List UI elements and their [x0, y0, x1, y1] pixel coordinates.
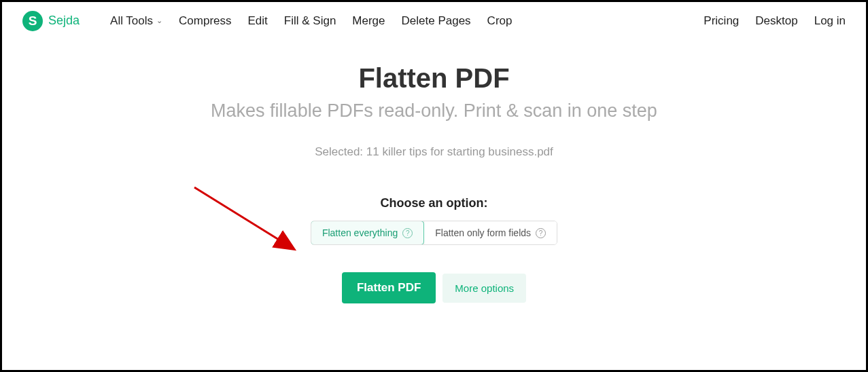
option-flatten-form-fields-label: Flatten only form fields: [435, 227, 531, 238]
selected-filename: 11 killer tips for starting business.pdf: [366, 145, 553, 158]
nav-compress[interactable]: Compress: [179, 14, 231, 28]
brand-logo[interactable]: S Sejda: [22, 11, 80, 31]
option-flatten-form-fields[interactable]: Flatten only form fields ?: [423, 221, 557, 244]
help-icon[interactable]: ?: [402, 228, 413, 238]
main-content: Flatten PDF Makes fillable PDFs read-onl…: [2, 39, 866, 303]
option-flatten-everything[interactable]: Flatten everything ?: [311, 221, 424, 245]
header: S Sejda All Tools ⌄ Compress Edit Fill &…: [2, 2, 866, 39]
page-subtitle: Makes fillable PDFs read-only. Print & s…: [2, 100, 866, 122]
choose-option-label: Choose an option:: [2, 196, 866, 210]
page-title: Flatten PDF: [2, 63, 866, 94]
chevron-down-icon: ⌄: [156, 16, 162, 25]
more-options-button[interactable]: More options: [442, 274, 526, 303]
brand-name: Sejda: [48, 14, 80, 28]
selected-file-line: Selected: 11 killer tips for starting bu…: [2, 145, 866, 159]
logo-icon: S: [22, 11, 43, 31]
nav-pricing[interactable]: Pricing: [704, 14, 739, 28]
flatten-pdf-button[interactable]: Flatten PDF: [342, 272, 436, 303]
action-row: Flatten PDF More options: [2, 272, 866, 303]
selected-prefix: Selected:: [315, 145, 366, 158]
option-toggle-group: Flatten everything ? Flatten only form f…: [311, 221, 557, 245]
nav-fill-sign[interactable]: Fill & Sign: [284, 14, 336, 28]
nav-desktop[interactable]: Desktop: [755, 14, 797, 28]
nav-crop[interactable]: Crop: [487, 14, 513, 28]
help-icon[interactable]: ?: [536, 228, 546, 238]
nav-secondary: Pricing Desktop Log in: [704, 14, 846, 28]
nav-merge[interactable]: Merge: [352, 14, 385, 28]
nav-delete-pages[interactable]: Delete Pages: [402, 14, 471, 28]
nav-login[interactable]: Log in: [814, 14, 846, 28]
option-flatten-everything-label: Flatten everything: [322, 227, 398, 238]
nav-all-tools[interactable]: All Tools ⌄: [110, 14, 162, 28]
nav-primary: All Tools ⌄ Compress Edit Fill & Sign Me…: [110, 14, 512, 28]
nav-all-tools-label: All Tools: [110, 14, 153, 28]
nav-edit[interactable]: Edit: [248, 14, 268, 28]
